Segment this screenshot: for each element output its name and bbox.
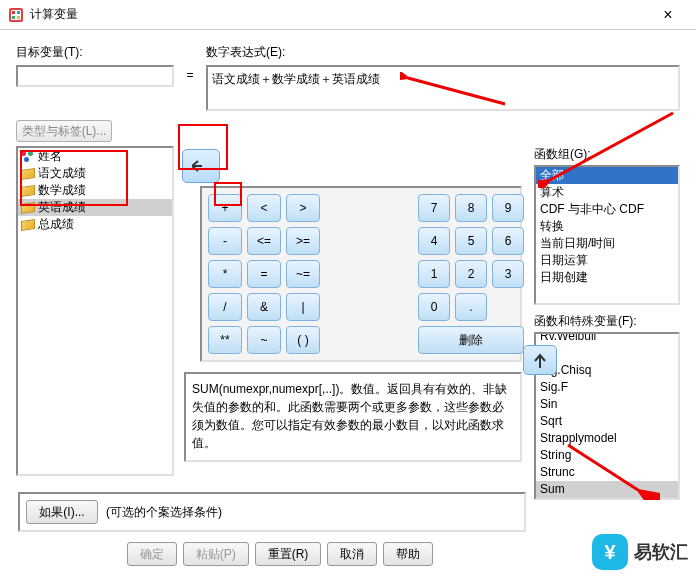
variable-name: 数学成绩 — [38, 182, 86, 199]
scale-icon — [21, 219, 35, 231]
keypad-button[interactable]: 3 — [492, 260, 524, 288]
watermark-logo: ¥ 易软汇 — [592, 534, 688, 570]
variable-name: 总成绩 — [38, 216, 74, 233]
equals-sign: = — [180, 44, 200, 114]
variable-name: 英语成绩 — [38, 199, 86, 216]
calculator-keypad: +<>789-<=>=456*=~=123/&|0.**~( )删除 — [200, 186, 522, 362]
keypad-button[interactable]: 4 — [418, 227, 450, 255]
function-item[interactable]: Sig.F — [536, 379, 678, 396]
variable-list[interactable]: 姓名语文成绩数学成绩英语成绩总成绩 — [16, 146, 174, 476]
function-group-item[interactable]: 全部 — [536, 167, 678, 184]
paste-button[interactable]: 粘贴(P) — [183, 542, 249, 566]
keypad-button[interactable]: / — [208, 293, 242, 321]
keypad-button[interactable]: 1 — [418, 260, 450, 288]
insert-function-button[interactable] — [523, 345, 557, 375]
logo-text: 易软汇 — [634, 540, 688, 564]
variable-item[interactable]: 总成绩 — [18, 216, 172, 233]
svg-rect-5 — [17, 16, 20, 19]
function-item[interactable]: String — [536, 447, 678, 464]
keypad-button[interactable]: = — [247, 260, 281, 288]
logo-badge-icon: ¥ — [592, 534, 628, 570]
keypad-button[interactable]: 0 — [418, 293, 450, 321]
keypad-button[interactable]: . — [455, 293, 487, 321]
keypad-button[interactable]: * — [208, 260, 242, 288]
reset-button[interactable]: 重置(R) — [255, 542, 322, 566]
keypad-button[interactable]: > — [286, 194, 320, 222]
keypad-button[interactable]: ~ — [247, 326, 281, 354]
type-and-label-button[interactable]: 类型与标签(L)... — [16, 120, 112, 142]
if-button[interactable]: 如果(I)... — [26, 500, 98, 524]
if-condition-text: (可选的个案选择条件) — [106, 504, 222, 521]
ok-button[interactable]: 确定 — [127, 542, 177, 566]
function-item[interactable]: Strunc — [536, 464, 678, 481]
function-item[interactable]: Strapplymodel — [536, 430, 678, 447]
function-group-label: 函数组(G): — [534, 146, 680, 163]
keypad-button[interactable]: 8 — [455, 194, 487, 222]
keypad-button[interactable]: + — [208, 194, 242, 222]
svg-rect-4 — [12, 16, 15, 19]
function-item[interactable]: Sqrt — [536, 413, 678, 430]
keypad-button[interactable]: 2 — [455, 260, 487, 288]
keypad-button[interactable]: ** — [208, 326, 242, 354]
titlebar: 计算变量 × — [0, 0, 696, 30]
variable-item[interactable]: 数学成绩 — [18, 182, 172, 199]
variable-item[interactable]: 语文成绩 — [18, 165, 172, 182]
app-icon — [8, 7, 24, 23]
scale-icon — [21, 202, 35, 214]
target-label: 目标变量(T): — [16, 44, 174, 61]
variable-name: 语文成绩 — [38, 165, 86, 182]
move-to-expression-button[interactable] — [182, 149, 220, 183]
function-special-label: 函数和特殊变量(F): — [534, 313, 680, 330]
window-title: 计算变量 — [30, 6, 648, 23]
keypad-button[interactable]: 7 — [418, 194, 450, 222]
numeric-expression-input[interactable]: 语文成绩＋数学成绩＋英语成绩 — [206, 65, 680, 111]
if-condition-row: 如果(I)... (可选的个案选择条件) — [18, 492, 526, 532]
function-item[interactable]: Sum — [536, 481, 678, 498]
function-group-item[interactable]: 转换 — [536, 218, 678, 235]
function-item[interactable]: Rv.Weibull — [536, 332, 678, 345]
function-item[interactable]: Sig.Chisq — [536, 362, 678, 379]
help-button[interactable]: 帮助 — [383, 542, 433, 566]
scale-icon — [21, 185, 35, 197]
keypad-button[interactable]: 9 — [492, 194, 524, 222]
target-variable-input[interactable] — [16, 65, 174, 87]
function-group-item[interactable]: 算术 — [536, 184, 678, 201]
arrow-up-icon — [533, 352, 547, 368]
function-item[interactable]: Sd — [536, 345, 678, 362]
variable-name: 姓名 — [38, 148, 62, 165]
variable-item[interactable]: 英语成绩 — [18, 199, 172, 216]
expression-label: 数字表达式(E): — [206, 44, 680, 61]
keypad-button[interactable]: 6 — [492, 227, 524, 255]
keypad-button[interactable]: >= — [286, 227, 320, 255]
dialog-buttons: 确定 粘贴(P) 重置(R) 取消 帮助 — [0, 542, 560, 566]
keypad-button[interactable]: 5 — [455, 227, 487, 255]
cancel-button[interactable]: 取消 — [327, 542, 377, 566]
function-group-item[interactable]: 当前日期/时间 — [536, 235, 678, 252]
keypad-delete-button[interactable]: 删除 — [418, 326, 524, 354]
function-item[interactable]: Sin — [536, 396, 678, 413]
scale-icon — [21, 168, 35, 180]
function-group-item[interactable]: CDF 与非中心 CDF — [536, 201, 678, 218]
keypad-button[interactable]: - — [208, 227, 242, 255]
variable-item[interactable]: 姓名 — [18, 148, 172, 165]
keypad-button[interactable]: < — [247, 194, 281, 222]
keypad-button[interactable]: <= — [247, 227, 281, 255]
keypad-button[interactable]: ( ) — [286, 326, 320, 354]
function-group-item[interactable]: 日期创建 — [536, 269, 678, 286]
keypad-button[interactable]: ~= — [286, 260, 320, 288]
nominal-icon — [21, 151, 35, 163]
svg-rect-2 — [12, 11, 15, 14]
keypad-button[interactable]: & — [247, 293, 281, 321]
function-group-item[interactable]: 日期运算 — [536, 252, 678, 269]
svg-rect-3 — [17, 11, 20, 14]
function-group-list[interactable]: 全部算术CDF 与非中心 CDF转换当前日期/时间日期运算日期创建 — [534, 165, 680, 305]
keypad-button[interactable]: | — [286, 293, 320, 321]
arrow-right-icon — [192, 159, 210, 173]
function-description: SUM(numexpr,numexpr[,..])。数值。返回具有有效的、非缺失… — [184, 372, 522, 462]
close-icon[interactable]: × — [648, 6, 688, 24]
